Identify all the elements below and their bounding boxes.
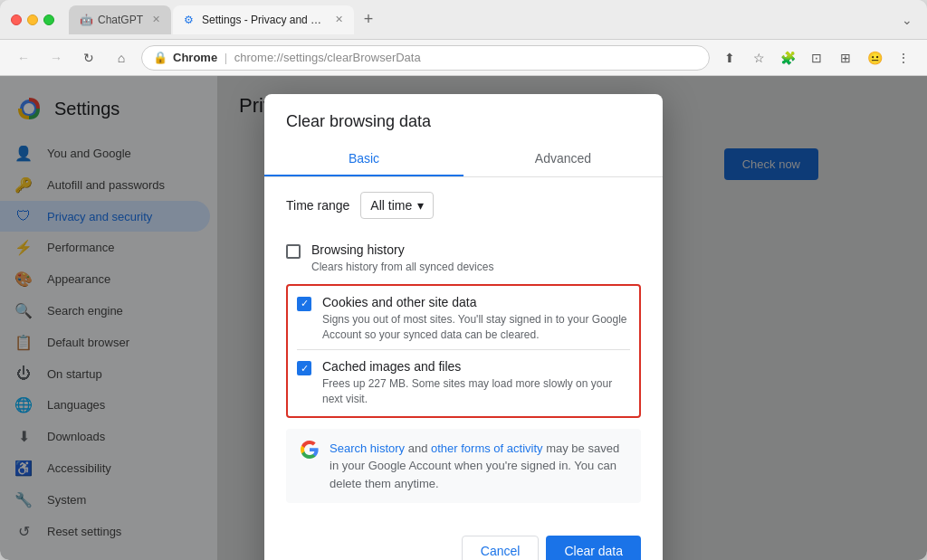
lock-icon: 🔒 [153, 51, 167, 64]
browsing-history-desc: Clears history from all synced devices [311, 260, 493, 275]
minimize-button[interactable] [27, 14, 38, 25]
more-button[interactable]: ⋮ [891, 45, 916, 71]
address-domain: Chrome | chrome://settings/clearBrowserD… [173, 51, 421, 64]
clear-browsing-data-dialog: Clear browsing data Basic Advanced Time … [264, 94, 663, 560]
cached-images-desc: Frees up 227 MB. Some sites may load mor… [322, 376, 630, 407]
nav-actions: ⬆ ☆ 🧩 ⊡ ⊞ 😐 ⋮ [717, 45, 916, 71]
titlebar: 🤖 ChatGPT ✕ ⚙ Settings - Privacy and sec… [0, 0, 927, 40]
maximize-button[interactable] [43, 14, 54, 25]
cached-images-checkbox[interactable] [297, 361, 311, 375]
clear-data-button[interactable]: Clear data [546, 536, 641, 560]
traffic-lights [11, 14, 54, 25]
browser-window: 🤖 ChatGPT ✕ ⚙ Settings - Privacy and sec… [0, 0, 927, 560]
chevron-down-icon: ▾ [417, 198, 424, 213]
bookmark-button[interactable]: ☆ [746, 45, 771, 71]
time-range-label: Time range [286, 198, 349, 213]
cookies-content: Cookies and other site data Signs you ou… [322, 295, 630, 343]
highlighted-checkboxes-section: Cookies and other site data Signs you ou… [286, 284, 641, 418]
media-control-button[interactable]: ⊡ [804, 45, 829, 71]
cookies-row: Cookies and other site data Signs you ou… [288, 286, 639, 350]
info-text-middle: and [405, 441, 431, 455]
cookies-desc: Signs you out of most sites. You'll stay… [322, 312, 630, 343]
cached-images-content: Cached images and files Frees up 227 MB.… [322, 359, 630, 407]
chatgpt-tab-label: ChatGPT [98, 14, 143, 26]
settings-favicon: ⚙ [184, 14, 196, 26]
settings-tab-label: Settings - Privacy and security [202, 14, 326, 26]
tab-overflow-button[interactable]: ⌄ [898, 9, 916, 31]
tab-chatgpt[interactable]: 🤖 ChatGPT ✕ [69, 5, 171, 34]
browsing-history-label: Browsing history [311, 242, 493, 257]
back-button[interactable]: ← [11, 45, 36, 71]
browsing-history-row: Browsing history Clears history from all… [286, 233, 641, 284]
google-g-icon [301, 441, 319, 459]
dialog-tab-basic[interactable]: Basic [264, 142, 464, 176]
settings-tab-close[interactable]: ✕ [335, 14, 343, 25]
forward-button[interactable]: → [43, 45, 69, 71]
dialog-tab-bar: Basic Advanced [264, 142, 663, 177]
time-range-row: Time range All time ▾ [286, 192, 641, 219]
other-forms-link[interactable]: other forms of activity [431, 441, 543, 455]
dialog-footer: Cancel Clear data [264, 528, 663, 560]
navbar: ← → ↻ ⌂ 🔒 Chrome | chrome://settings/cle… [0, 40, 927, 76]
profile-button[interactable]: 😐 [862, 45, 887, 71]
cookies-label: Cookies and other site data [322, 295, 630, 309]
tab-search-button[interactable]: ⊞ [833, 45, 858, 71]
share-button[interactable]: ⬆ [717, 45, 742, 71]
address-separator: | [225, 51, 227, 64]
chatgpt-favicon: 🤖 [80, 14, 92, 26]
cookies-checkbox[interactable] [297, 297, 311, 311]
browsing-history-content: Browsing history Clears history from all… [311, 242, 493, 275]
cached-images-label: Cached images and files [322, 359, 630, 374]
tab-settings[interactable]: ⚙ Settings - Privacy and security ✕ [173, 5, 354, 34]
info-text: Search history and other forms of activi… [330, 440, 626, 493]
modal-overlay: Clear browsing data Basic Advanced Time … [0, 76, 927, 560]
address-bar[interactable]: 🔒 Chrome | chrome://settings/clearBrowse… [141, 45, 710, 71]
home-button[interactable]: ⌂ [109, 45, 134, 71]
dialog-tab-advanced[interactable]: Advanced [464, 142, 663, 176]
dialog-title: Clear browsing data [264, 94, 663, 131]
extensions-button[interactable]: 🧩 [775, 45, 800, 71]
time-range-select[interactable]: All time ▾ [360, 192, 434, 219]
time-range-value: All time [370, 198, 412, 213]
tab-bar: 🤖 ChatGPT ✕ ⚙ Settings - Privacy and sec… [69, 5, 916, 34]
new-tab-button[interactable]: + [356, 7, 381, 33]
reload-button[interactable]: ↻ [76, 45, 101, 71]
content-area: Settings 👤 You and Google 🔑 Autofill and… [0, 76, 927, 560]
search-history-link[interactable]: Search history [330, 441, 405, 455]
chatgpt-tab-close[interactable]: ✕ [152, 14, 160, 25]
cached-images-row: Cached images and files Frees up 227 MB.… [288, 350, 639, 416]
close-button[interactable] [11, 14, 22, 25]
cancel-button[interactable]: Cancel [462, 536, 540, 560]
info-section: Search history and other forms of activi… [286, 429, 641, 504]
address-url: chrome://settings/clearBrowserData [234, 51, 421, 64]
browsing-history-checkbox[interactable] [286, 244, 301, 259]
dialog-body: Time range All time ▾ Browsing history C… [264, 177, 663, 528]
